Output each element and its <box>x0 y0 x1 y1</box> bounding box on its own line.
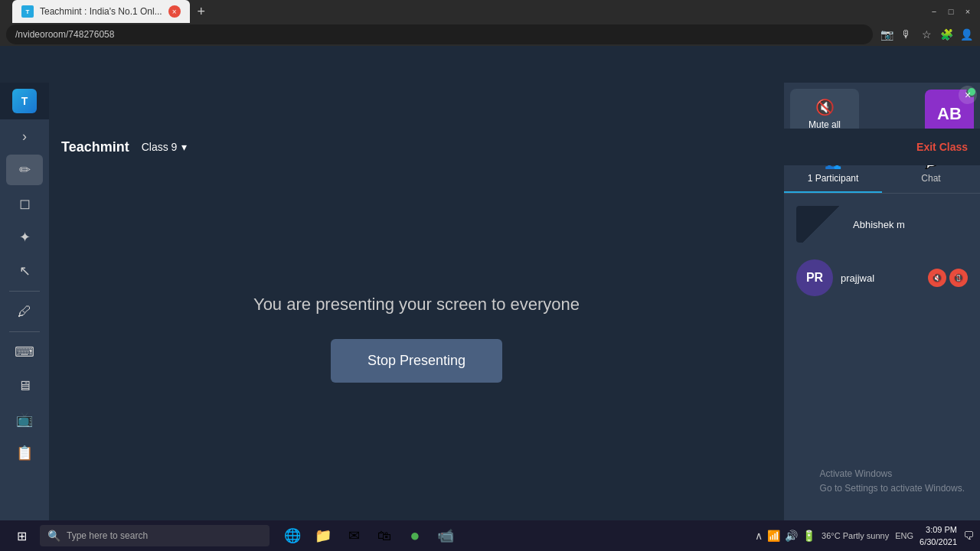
notification-icon[interactable]: 🗨 <box>963 530 974 542</box>
stop-presenting-button[interactable]: Stop Presenting <box>331 339 502 383</box>
new-tab-button[interactable]: + <box>190 0 213 23</box>
tab-close-button[interactable]: × <box>168 5 181 18</box>
tab-title: Teachmint : India's No.1 Onl... <box>40 6 162 17</box>
tab-favicon: T <box>21 5 34 18</box>
cursor-tool[interactable]: ↖ <box>6 256 43 286</box>
close-window-button[interactable]: × <box>962 5 974 18</box>
keyboard-tool[interactable]: ⌨ <box>6 337 43 367</box>
chrome-app[interactable]: ● <box>401 523 429 548</box>
display-tool[interactable]: 📋 <box>6 438 43 468</box>
pencil-tool[interactable]: ✏ <box>6 155 43 185</box>
chat-tab-label: Chat <box>921 173 940 184</box>
clock-time: 3:09 PM <box>920 523 957 536</box>
taskbar-search[interactable]: 🔍 Type here to search <box>40 525 270 546</box>
title-bar: T Teachmint : India's No.1 Onl... × + − … <box>0 0 980 23</box>
extensions-icon[interactable]: 🧩 <box>939 27 954 42</box>
start-button[interactable]: ⊞ <box>6 523 37 548</box>
participant-name: Abhishek m <box>853 219 968 230</box>
address-bar[interactable]: /nvideoroom/748276058 <box>6 24 873 44</box>
exit-class-button[interactable]: Exit Class <box>916 141 968 153</box>
store-app[interactable]: 🛍 <box>371 523 398 548</box>
profile-icon[interactable]: 👤 <box>959 27 974 42</box>
bookmark-icon[interactable]: ☆ <box>919 27 934 42</box>
active-tab[interactable]: T Teachmint : India's No.1 Onl... × <box>12 0 190 23</box>
logo-icon: T <box>12 89 37 113</box>
brand-name: Teachmint <box>61 139 129 155</box>
weather-info: 36°C Partly sunny <box>822 531 889 540</box>
class-name: Class 9 <box>142 141 178 153</box>
taskbar-clock[interactable]: 3:09 PM 6/30/2021 <box>920 523 957 549</box>
participant-avatar: PR <box>796 259 833 296</box>
mail-app[interactable]: ✉ <box>340 523 368 548</box>
chevron-down-icon: ▾ <box>181 141 187 153</box>
network-icon[interactable]: 📶 <box>767 530 780 542</box>
window-controls: − □ × <box>928 5 974 18</box>
taskbar-right: ∧ 📶 🔊 🔋 36°C Partly sunny ENG 3:09 PM 6/… <box>755 523 974 549</box>
mic-icon[interactable]: 🎙 <box>899 27 914 42</box>
maximize-button[interactable]: □ <box>945 5 957 18</box>
toolbar-divider-1 <box>9 291 40 292</box>
participants-list: Abhishek m PR prajjwal 🔇 📵 <box>784 194 980 551</box>
participant-name: prajjwal <box>841 272 920 284</box>
list-item: PR prajjwal 🔇 📵 <box>790 253 974 302</box>
toolbar-divider-2 <box>9 331 40 332</box>
teams-app[interactable]: 📹 <box>432 523 459 548</box>
top-nav: Teachmint Class 9 ▾ Exit Class <box>49 129 980 165</box>
activate-windows-watermark: Activate Windows Go to Settings to activ… <box>820 467 965 496</box>
browser-icons: 📷 🎙 ☆ 🧩 👤 <box>879 27 974 42</box>
search-placeholder: Type here to search <box>67 530 148 541</box>
edge-app[interactable]: 🌐 <box>279 523 306 548</box>
presenter-initials: AB <box>937 104 962 124</box>
taskbar-apps: 🌐 📁 ✉ 🛍 ● 📹 <box>279 523 459 548</box>
video-off-icon: 📵 <box>949 269 968 287</box>
share-screen-tool[interactable]: 📺 <box>6 404 43 435</box>
taskbar: ⊞ 🔍 Type here to search 🌐 📁 ✉ 🛍 ● 📹 ∧ 📶 … <box>0 520 980 551</box>
pen-tool[interactable]: 🖊 <box>6 296 43 327</box>
activate-line1: Activate Windows <box>820 467 965 481</box>
battery-icon[interactable]: 🔋 <box>802 530 815 542</box>
participants-tab-label: 1 Participant <box>808 173 859 184</box>
arrow-right-tool[interactable]: › <box>6 121 43 152</box>
file-explorer-app[interactable]: 📁 <box>309 523 337 548</box>
minimize-button[interactable]: − <box>928 5 940 18</box>
participant-screen-thumb <box>796 206 845 243</box>
close-panel-button[interactable]: × <box>959 86 977 104</box>
presenting-text: You are presenting your screen to everyo… <box>253 295 580 315</box>
clock-date: 6/30/2021 <box>920 536 957 549</box>
volume-icon[interactable]: 🔊 <box>785 530 798 542</box>
address-text: /nvideoroom/748276058 <box>15 29 114 40</box>
language-indicator: ENG <box>895 531 913 540</box>
camera-icon[interactable]: 📷 <box>879 27 894 42</box>
participant-icons: 🔇 📵 <box>928 269 968 287</box>
tray-arrow-icon[interactable]: ∧ <box>755 530 763 542</box>
mic-muted-icon: 🔇 <box>928 269 946 287</box>
eraser-tool[interactable]: ◻ <box>6 188 43 219</box>
list-item: Abhishek m <box>790 200 974 249</box>
screen-tool[interactable]: 🖥 <box>6 370 43 401</box>
browser-chrome: T Teachmint : India's No.1 Onl... × + − … <box>0 0 980 46</box>
address-bar-row: /nvideoroom/748276058 📷 🎙 ☆ 🧩 👤 <box>0 23 980 46</box>
toolbar-logo: T <box>0 83 49 119</box>
system-tray: ∧ 📶 🔊 🔋 <box>755 530 815 542</box>
left-toolbar: T › ✏ ◻ ✦ ↖ 🖊 ⌨ 🖥 📺 📋 <box>0 83 49 551</box>
search-icon: 🔍 <box>47 530 60 542</box>
class-selector[interactable]: Class 9 ▾ <box>142 141 188 153</box>
mute-icon: 🔇 <box>815 98 835 116</box>
participant-initials: PR <box>806 271 823 285</box>
screen-preview <box>796 206 845 243</box>
highlight-tool[interactable]: ✦ <box>6 222 43 253</box>
activate-line2: Go to Settings to activate Windows. <box>820 481 965 496</box>
